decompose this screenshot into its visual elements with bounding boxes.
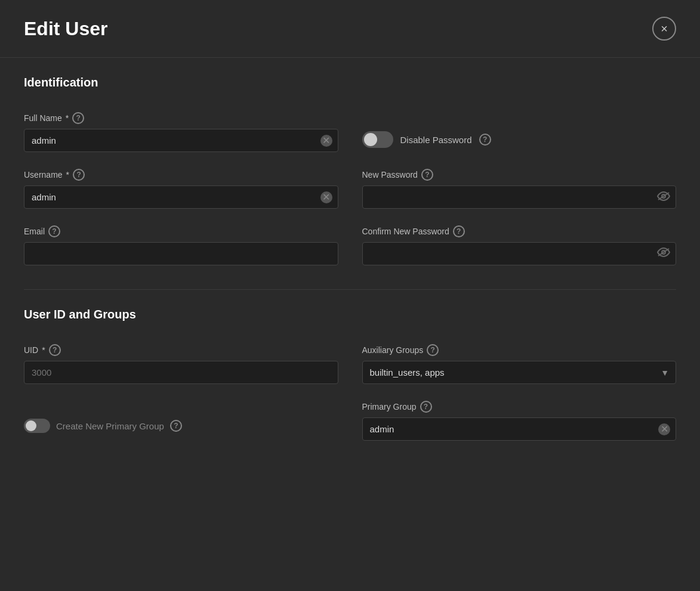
full-name-help-icon[interactable]: ? (72, 112, 84, 124)
username-group: Username * ? ✕ (24, 169, 338, 209)
new-password-eye-icon[interactable] (657, 190, 670, 204)
section-divider (24, 289, 676, 290)
create-primary-group-row: Create New Primary Group ? (24, 401, 338, 433)
create-primary-group-knob (26, 420, 36, 431)
confirm-password-group: Confirm New Password ? (362, 225, 677, 265)
row-username-newpassword: Username * ? ✕ New Password ? (24, 169, 676, 209)
confirm-password-eye-icon[interactable] (657, 247, 670, 260)
email-help-icon[interactable]: ? (48, 225, 60, 237)
auxiliary-groups-select-wrapper: builtin_users, apps ▼ (362, 361, 677, 384)
full-name-input-wrapper: ✕ (24, 129, 338, 152)
email-label: Email ? (24, 225, 338, 237)
primary-group-label: Primary Group ? (362, 401, 677, 413)
user-id-groups-title: User ID and Groups (24, 308, 676, 326)
row-fullname-disablepassword: Full Name * ? ✕ Disable Password (24, 112, 676, 152)
confirm-password-label: Confirm New Password ? (362, 225, 677, 237)
create-primary-group-toggle[interactable] (24, 419, 50, 433)
primary-group-group: Primary Group ? ✕ (362, 401, 677, 441)
username-clear-icon[interactable]: ✕ (320, 191, 332, 203)
username-input[interactable] (24, 185, 338, 209)
modal-header: Edit User × (0, 0, 700, 58)
uid-help-icon[interactable]: ? (49, 344, 61, 356)
row-email-confirmpassword: Email ? Confirm New Password ? (24, 225, 676, 265)
auxiliary-groups-group: Auxiliary Groups ? builtin_users, apps ▼ (362, 344, 677, 384)
primary-group-clear-icon[interactable]: ✕ (658, 423, 670, 435)
create-primary-group-help-icon[interactable]: ? (170, 420, 182, 432)
create-primary-group-group: Create New Primary Group ? (24, 401, 338, 441)
uid-group: UID * ? (24, 344, 338, 384)
email-group: Email ? (24, 225, 338, 265)
disable-password-toggle-group: Disable Password ? (362, 112, 677, 148)
email-input-wrapper (24, 242, 338, 265)
disable-password-group: Disable Password ? (362, 112, 677, 152)
identification-section: Identification Full Name * ? ✕ (24, 76, 676, 265)
row-uid-auxgroups: UID * ? Auxiliary Groups ? builtin_users… (24, 344, 676, 384)
disable-password-toggle[interactable] (362, 131, 393, 148)
uid-input[interactable] (24, 361, 338, 384)
edit-user-modal: Edit User × Identification Full Name * ?… (0, 0, 700, 591)
auxiliary-groups-help-icon[interactable]: ? (427, 344, 439, 356)
full-name-label: Full Name * ? (24, 112, 338, 124)
disable-password-label: Disable Password (400, 135, 472, 145)
new-password-label: New Password ? (362, 169, 677, 181)
close-button[interactable]: × (652, 17, 676, 41)
disable-password-help-icon[interactable]: ? (479, 134, 491, 146)
primary-group-help-icon[interactable]: ? (420, 401, 432, 413)
auxiliary-groups-label: Auxiliary Groups ? (362, 344, 677, 356)
email-input[interactable] (24, 242, 338, 265)
new-password-input[interactable] (362, 185, 677, 209)
modal-body: Identification Full Name * ? ✕ (0, 58, 700, 591)
row-createprimary-primarygroup: Create New Primary Group ? Primary Group… (24, 401, 676, 441)
username-input-wrapper: ✕ (24, 185, 338, 209)
new-password-group: New Password ? (362, 169, 677, 209)
username-help-icon[interactable]: ? (73, 169, 85, 181)
full-name-clear-icon[interactable]: ✕ (320, 135, 332, 147)
disable-password-knob (364, 133, 377, 146)
confirm-password-input[interactable] (362, 242, 677, 265)
confirm-password-help-icon[interactable]: ? (453, 225, 465, 237)
primary-group-input-wrapper: ✕ (362, 417, 677, 441)
user-id-groups-section: User ID and Groups UID * ? Auxiliary Gro… (24, 308, 676, 441)
full-name-input[interactable] (24, 129, 338, 152)
uid-label: UID * ? (24, 344, 338, 356)
new-password-input-wrapper (362, 185, 677, 209)
create-primary-group-label: Create New Primary Group (56, 421, 164, 431)
new-password-help-icon[interactable]: ? (421, 169, 433, 181)
confirm-password-input-wrapper (362, 242, 677, 265)
full-name-group: Full Name * ? ✕ (24, 112, 338, 152)
auxiliary-groups-select[interactable]: builtin_users, apps (362, 361, 677, 384)
modal-title: Edit User (24, 18, 107, 40)
identification-title: Identification (24, 76, 676, 94)
primary-group-input[interactable] (362, 417, 677, 441)
username-label: Username * ? (24, 169, 338, 181)
